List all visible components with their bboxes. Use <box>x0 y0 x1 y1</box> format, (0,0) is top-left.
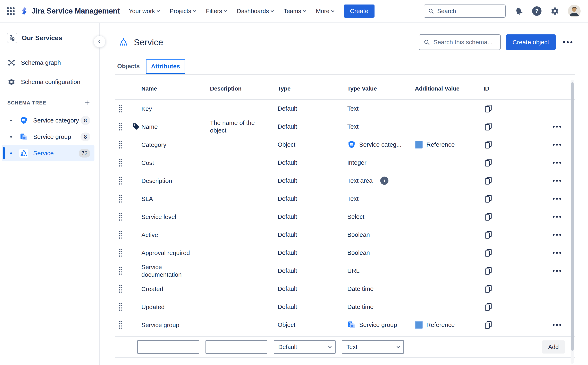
create-object-button[interactable]: Create object <box>506 35 556 50</box>
attribute-name: Cost <box>141 159 154 167</box>
nav-your-work[interactable]: Your work <box>129 8 159 14</box>
table-body: Key Default Text Name The <box>115 99 575 334</box>
row-menu-button[interactable] <box>551 142 563 147</box>
copy-id-button[interactable] <box>483 140 493 149</box>
attribute-name: Active <box>141 231 158 239</box>
user-avatar[interactable] <box>568 5 581 17</box>
copy-id-button[interactable] <box>483 302 493 312</box>
nav-more[interactable]: More <box>316 8 334 14</box>
settings-gear-icon[interactable] <box>550 6 560 16</box>
copy-id-button[interactable] <box>483 122 493 131</box>
new-attribute-type-select[interactable]: Default <box>274 340 336 354</box>
schema-search[interactable] <box>419 35 501 50</box>
type-value-text: Date time <box>347 285 374 292</box>
sidebar-item-label: Schema graph <box>21 59 61 66</box>
attribute-type: Default <box>278 159 347 166</box>
info-icon[interactable]: i <box>380 176 389 185</box>
drag-handle-icon[interactable] <box>118 158 122 167</box>
reference-color-square <box>415 141 423 148</box>
schema-more-menu-button[interactable] <box>561 39 574 45</box>
row-menu-button[interactable] <box>551 250 563 255</box>
chevron-down-icon <box>397 345 400 348</box>
tree-item-service-group[interactable]: Service group 8 <box>2 129 94 145</box>
app-switcher-icon[interactable] <box>6 7 15 15</box>
drag-handle-icon[interactable] <box>118 302 122 311</box>
schema-search-input[interactable] <box>433 39 496 46</box>
add-object-type-button[interactable] <box>83 99 91 107</box>
jira-logo[interactable]: Jira Service Management <box>20 7 120 15</box>
documents-icon <box>19 132 28 141</box>
drag-handle-icon[interactable] <box>118 284 122 293</box>
tab-attributes[interactable]: Attributes <box>146 59 185 74</box>
help-icon[interactable]: ? <box>532 6 542 16</box>
additional-value-text: Reference <box>426 321 455 328</box>
reference-color-square <box>415 321 423 329</box>
main-content: Service Create object Objects Attributes… <box>100 23 588 365</box>
copy-id-button[interactable] <box>483 194 493 204</box>
page-title: Service <box>134 37 163 47</box>
drag-handle-icon[interactable] <box>118 104 122 113</box>
drag-handle-icon[interactable] <box>118 176 122 185</box>
row-menu-button[interactable] <box>551 160 563 165</box>
copy-id-button[interactable] <box>483 158 493 167</box>
global-search-input[interactable] <box>437 8 502 14</box>
copy-id-button[interactable] <box>483 284 493 294</box>
row-menu-button[interactable] <box>551 268 563 274</box>
type-value-text: Boolean <box>347 249 370 256</box>
tree-item-service[interactable]: Service 72 <box>2 145 94 161</box>
attributes-table: Name Description Type Type Value Additio… <box>115 75 575 358</box>
attribute-name: Service documentation <box>141 263 195 278</box>
column-header-id: ID <box>483 85 575 92</box>
row-menu-button[interactable] <box>551 214 563 219</box>
row-menu-button[interactable] <box>551 124 563 129</box>
object-count-badge: 8 <box>80 116 90 125</box>
copy-id-button[interactable] <box>483 320 493 330</box>
row-menu-button[interactable] <box>551 178 563 183</box>
drag-handle-icon[interactable] <box>118 122 122 131</box>
sidebar-collapse-button[interactable] <box>94 36 106 48</box>
chevron-down-icon <box>224 9 227 12</box>
copy-id-button[interactable] <box>483 248 493 258</box>
tree-item-service-category[interactable]: Service category 8 <box>2 112 94 129</box>
row-menu-button[interactable] <box>551 232 563 237</box>
sidebar-item-schema-graph[interactable]: Schema graph <box>7 56 99 69</box>
row-menu-button[interactable] <box>551 323 563 328</box>
nav-filters[interactable]: Filters <box>206 8 227 14</box>
new-attribute-type-value-select[interactable]: Text <box>342 340 404 354</box>
tab-objects[interactable]: Objects <box>115 60 142 74</box>
nav-projects[interactable]: Projects <box>170 8 196 14</box>
pages-icon <box>347 321 356 329</box>
drag-handle-icon[interactable] <box>118 140 122 149</box>
attribute-name: Updated <box>141 303 164 311</box>
vertical-scrollbar[interactable] <box>571 80 574 364</box>
attribute-name: Approval required <box>141 249 190 257</box>
add-attribute-button[interactable]: Add <box>542 340 565 353</box>
drag-handle-icon[interactable] <box>118 266 122 275</box>
copy-id-button[interactable] <box>483 212 493 221</box>
global-search[interactable] <box>424 5 506 18</box>
new-attribute-name-input[interactable] <box>137 340 199 354</box>
drag-handle-icon[interactable] <box>118 248 122 257</box>
notifications-bell-icon[interactable] <box>514 6 524 16</box>
chevron-left-icon <box>97 39 102 44</box>
attribute-type: Default <box>278 177 347 184</box>
copy-id-button[interactable] <box>483 230 493 239</box>
attribute-type: Object <box>278 321 347 328</box>
sidebar-item-schema-configuration[interactable]: Schema configuration <box>7 76 99 88</box>
drag-handle-icon[interactable] <box>118 230 122 239</box>
drag-handle-icon[interactable] <box>118 194 122 203</box>
drag-handle-icon[interactable] <box>118 212 122 221</box>
nav-teams[interactable]: Teams <box>283 8 305 14</box>
scrollbar-thumb[interactable] <box>571 82 574 351</box>
type-value-text: Select <box>347 213 364 220</box>
nav-dashboards[interactable]: Dashboards <box>237 8 273 14</box>
drag-handle-icon[interactable] <box>118 320 122 329</box>
copy-id-button[interactable] <box>483 104 493 113</box>
new-attribute-description-input[interactable] <box>205 340 267 354</box>
row-menu-button[interactable] <box>551 196 563 201</box>
column-header-additional-value: Additional Value <box>415 85 483 92</box>
create-button[interactable]: Create <box>344 5 375 18</box>
copy-id-button[interactable] <box>483 266 493 275</box>
copy-id-button[interactable] <box>483 176 493 185</box>
type-value-text: Text <box>347 195 359 202</box>
